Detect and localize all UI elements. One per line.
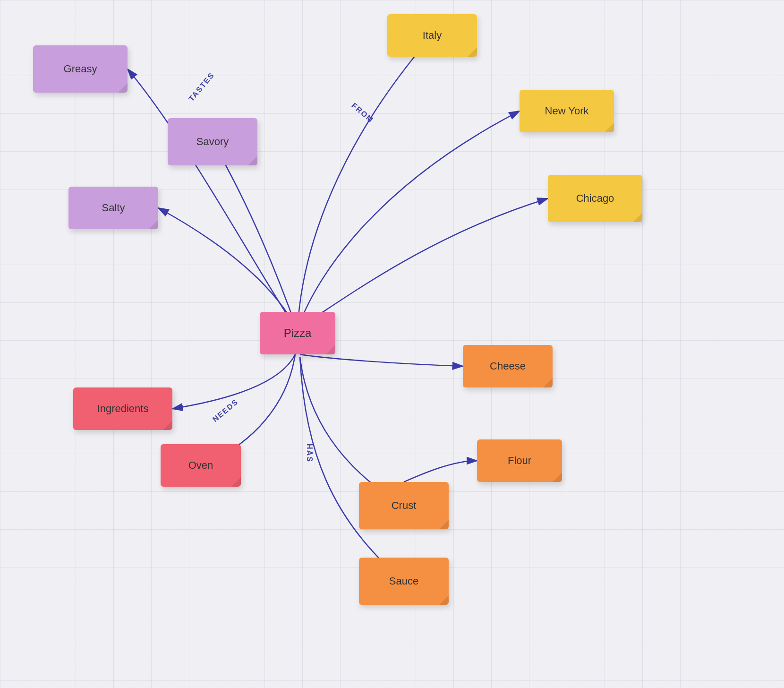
tastes-label: TASTES — [187, 71, 216, 103]
oven-node[interactable]: Oven — [161, 444, 241, 487]
crust-node[interactable]: Crust — [359, 482, 449, 529]
savory-node[interactable]: Savory — [168, 118, 257, 165]
cheese-node[interactable]: Cheese — [463, 345, 553, 387]
has-label: HAS — [305, 444, 314, 463]
from-label: FROM — [350, 101, 375, 124]
pizza-node[interactable]: Pizza — [260, 312, 335, 354]
needs-label: NEEDS — [211, 397, 240, 424]
sauce-node[interactable]: Sauce — [359, 558, 449, 605]
greasy-node[interactable]: Greasy — [33, 45, 128, 93]
salty-node[interactable]: Salty — [68, 187, 158, 229]
italy-node[interactable]: Italy — [387, 14, 477, 57]
ingredients-node[interactable]: Ingredients — [73, 387, 172, 430]
chicago-node[interactable]: Chicago — [548, 175, 642, 222]
newyork-node[interactable]: New York — [520, 90, 614, 132]
flour-node[interactable]: Flour — [477, 439, 562, 482]
